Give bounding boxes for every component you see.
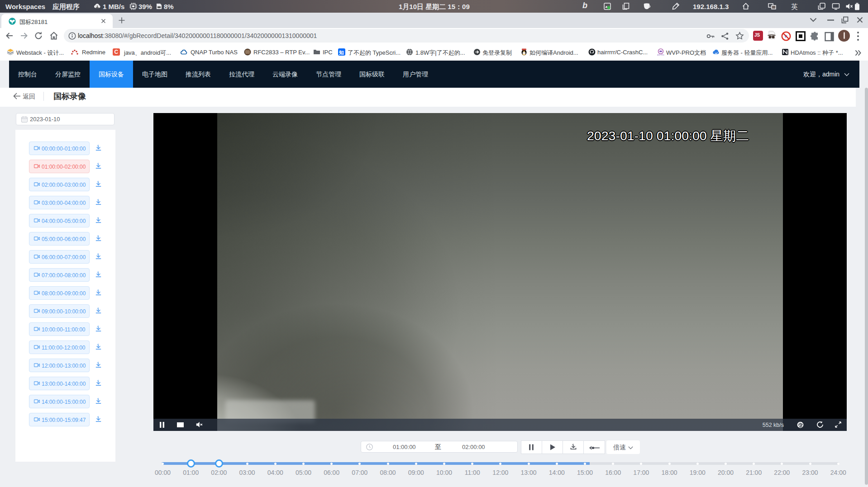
svg-text:WVP-PRO: WVP-PRO (657, 54, 664, 56)
